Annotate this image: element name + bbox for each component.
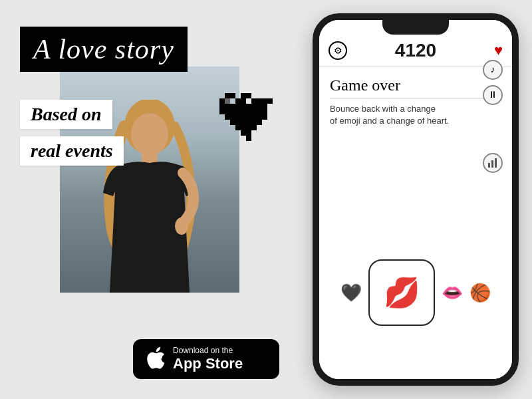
svg-rect-18 [488, 163, 490, 168]
svg-point-1 [131, 113, 168, 156]
svg-rect-12 [225, 114, 267, 120]
appstore-button[interactable]: Download on the App Store [133, 339, 279, 379]
svg-rect-17 [225, 98, 230, 104]
phone-screen: ⚙ 4120 ♥ ♪ ⏸ Game over [319, 20, 512, 379]
appstore-text-group: Download on the App Store [173, 346, 243, 372]
divider2 [330, 98, 501, 99]
svg-rect-11 [219, 109, 267, 114]
left-section: A love story Based on real events [0, 0, 286, 399]
phone-topbar: ⚙ 4120 ♥ [319, 39, 512, 63]
emoji-box[interactable]: 💋 [368, 259, 435, 326]
svg-rect-5 [241, 93, 251, 98]
left-emoji: 🖤 [340, 283, 362, 303]
center-emoji: 💋 [384, 275, 420, 310]
svg-rect-16 [246, 136, 251, 141]
subtitle-banner-real-events: real events [20, 136, 124, 166]
right-emoji: 👄 [442, 283, 463, 303]
appstore-main-text: App Store [173, 355, 243, 372]
appstore-top-text: Download on the [173, 346, 243, 355]
game-over-description: Bounce back with a changeof emoji and a … [330, 103, 501, 127]
svg-rect-8 [251, 98, 262, 104]
svg-rect-10 [219, 104, 267, 109]
subtitle-text-line2: real events [31, 140, 113, 161]
side-icons: ♪ ⏸ [483, 60, 503, 105]
svg-rect-13 [230, 120, 262, 125]
music-icon[interactable]: ♪ [483, 60, 503, 80]
phone-frame: ⚙ 4120 ♥ ♪ ⏸ Game over [313, 13, 519, 386]
title-text: A love story [33, 34, 174, 65]
svg-point-3 [175, 217, 188, 235]
svg-rect-4 [225, 93, 235, 98]
svg-rect-15 [241, 130, 251, 136]
subtitle-banner-based-on: Based on [20, 100, 112, 129]
game-over-title: Game over [330, 76, 501, 94]
svg-rect-9 [262, 98, 273, 104]
apple-logo-icon [146, 346, 165, 372]
pause-icon[interactable]: ⏸ [483, 85, 503, 105]
phone-notch [382, 20, 449, 35]
heart-icon: ♥ [494, 42, 503, 59]
basketball-emoji: 🏀 [469, 283, 491, 303]
pixel-heart-icon [219, 93, 273, 149]
phone-container: ⚙ 4120 ♥ ♪ ⏸ Game over [313, 13, 519, 386]
title-banner: A love story [20, 27, 188, 72]
subtitle-text-line1: Based on [31, 104, 102, 124]
score-display: 4120 [395, 40, 436, 61]
emoji-row: 🖤 💋 👄 🏀 [319, 259, 512, 326]
svg-rect-7 [235, 98, 246, 104]
chart-icon[interactable] [483, 153, 503, 173]
svg-rect-20 [495, 158, 497, 168]
svg-rect-19 [491, 160, 493, 168]
settings-icon[interactable]: ⚙ [329, 41, 347, 60]
svg-rect-14 [235, 125, 257, 130]
